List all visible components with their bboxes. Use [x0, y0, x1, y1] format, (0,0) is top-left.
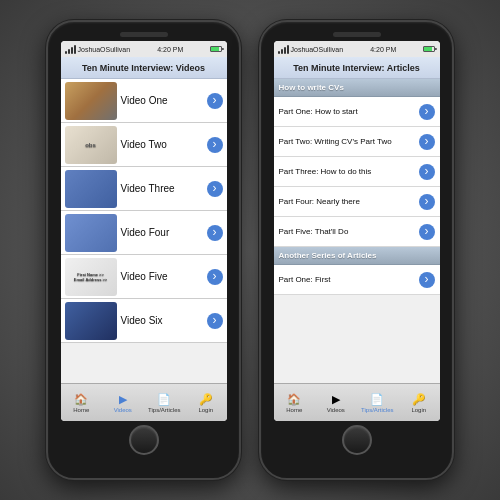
chevron-icon[interactable]: [419, 164, 435, 180]
time-label: 4:20 PM: [370, 46, 396, 53]
videos-icon: ▶: [332, 393, 340, 406]
video-thumbnail-1: [65, 82, 117, 120]
battery-icon: [210, 46, 222, 52]
articles-content: How to write CVs Part One: How to start …: [274, 79, 440, 383]
screen-articles: JoshuaOSullivan 4:20 PM Ten Minute Inter…: [274, 41, 440, 421]
chevron-icon-4[interactable]: [207, 225, 223, 241]
signal-icon: [278, 45, 289, 54]
tab-home[interactable]: 🏠 Home: [61, 393, 103, 413]
videos-icon: ▶: [119, 393, 127, 406]
section-header-1-label: How to write CVs: [279, 83, 344, 92]
article-label: Part Three: How to do this: [279, 167, 419, 176]
tab-videos[interactable]: ▶ Videos: [315, 393, 357, 413]
video-thumbnail-3: [65, 170, 117, 208]
tab-tips[interactable]: 📄 Tips/Articles: [144, 393, 186, 413]
login-icon: 🔑: [199, 393, 213, 406]
tab-login-label: Login: [411, 407, 426, 413]
screen-title: Ten Minute Interview: Articles: [293, 63, 420, 73]
chevron-icon[interactable]: [419, 134, 435, 150]
chevron-icon[interactable]: [419, 272, 435, 288]
video-thumbnail-2: obs: [65, 126, 117, 164]
video-thumbnail-5: First Name >>Email Address >>: [65, 258, 117, 296]
tab-tips[interactable]: 📄 Tips/Articles: [357, 393, 399, 413]
battery-area: [210, 46, 222, 52]
tab-home[interactable]: 🏠 Home: [274, 393, 316, 413]
list-item[interactable]: Part One: First: [274, 265, 440, 295]
chevron-icon-2[interactable]: [207, 137, 223, 153]
chevron-icon-6[interactable]: [207, 313, 223, 329]
tab-login[interactable]: 🔑 Login: [398, 393, 440, 413]
speaker-slot: [333, 32, 381, 37]
video-list: Video One obs Video Two Video Three: [61, 79, 227, 343]
tab-home-label: Home: [286, 407, 302, 413]
list-item[interactable]: Video Three: [61, 167, 227, 211]
video-thumbnail-6: [65, 302, 117, 340]
section-header-2-label: Another Series of Articles: [279, 251, 377, 260]
section-header-1: How to write CVs: [274, 79, 440, 97]
article-label: Part Five: That'll Do: [279, 227, 419, 236]
article-label: Part Two: Writing CV's Part Two: [279, 137, 419, 146]
phone-videos: JoshuaOSullivan 4:20 PM Ten Minute Inter…: [46, 20, 241, 480]
tab-home-label: Home: [73, 407, 89, 413]
list-item[interactable]: Part Two: Writing CV's Part Two: [274, 127, 440, 157]
tab-videos-label: Videos: [327, 407, 345, 413]
list-item[interactable]: Part Four: Nearly there: [274, 187, 440, 217]
video-label-1: Video One: [121, 95, 203, 106]
screen-title: Ten Minute Interview: Videos: [82, 63, 205, 73]
carrier-label: JoshuaOSullivan: [78, 46, 131, 53]
tab-tips-label: Tips/Articles: [361, 407, 393, 413]
login-icon: 🔑: [412, 393, 426, 406]
tab-bar: 🏠 Home ▶ Videos 📄 Tips/Articles 🔑 Login: [61, 383, 227, 421]
video-label-6: Video Six: [121, 315, 203, 326]
tab-login[interactable]: 🔑 Login: [185, 393, 227, 413]
home-button[interactable]: [129, 425, 159, 455]
chevron-icon-1[interactable]: [207, 93, 223, 109]
tips-icon: 📄: [370, 393, 384, 406]
tips-icon: 📄: [157, 393, 171, 406]
tab-tips-label: Tips/Articles: [148, 407, 180, 413]
article-label: Part Four: Nearly there: [279, 197, 419, 206]
article-label: Part One: First: [279, 275, 419, 284]
list-item[interactable]: Part Three: How to do this: [274, 157, 440, 187]
signal-icon: [65, 45, 76, 54]
battery-area: [423, 46, 435, 52]
carrier-label: JoshuaOSullivan: [291, 46, 344, 53]
tab-bar: 🏠 Home ▶ Videos 📄 Tips/Articles 🔑 Login: [274, 383, 440, 421]
phone-articles: JoshuaOSullivan 4:20 PM Ten Minute Inter…: [259, 20, 454, 480]
battery-icon: [423, 46, 435, 52]
article-label: Part One: How to start: [279, 107, 419, 116]
video-list-container: Video One obs Video Two Video Three: [61, 79, 227, 383]
chevron-icon-3[interactable]: [207, 181, 223, 197]
tab-videos[interactable]: ▶ Videos: [102, 393, 144, 413]
chevron-icon[interactable]: [419, 194, 435, 210]
speaker-slot: [120, 32, 168, 37]
video-thumbnail-4: [65, 214, 117, 252]
status-bar: JoshuaOSullivan 4:20 PM: [61, 41, 227, 57]
list-item[interactable]: Part Five: That'll Do: [274, 217, 440, 247]
list-item[interactable]: Video Six: [61, 299, 227, 343]
home-button[interactable]: [342, 425, 372, 455]
video-label-5: Video Five: [121, 271, 203, 282]
list-item[interactable]: First Name >>Email Address >> Video Five: [61, 255, 227, 299]
tab-videos-label: Videos: [114, 407, 132, 413]
screen-videos: JoshuaOSullivan 4:20 PM Ten Minute Inter…: [61, 41, 227, 421]
list-item[interactable]: Video Four: [61, 211, 227, 255]
status-bar: JoshuaOSullivan 4:20 PM: [274, 41, 440, 57]
list-item[interactable]: Part One: How to start: [274, 97, 440, 127]
title-bar: Ten Minute Interview: Articles: [274, 57, 440, 79]
home-icon: 🏠: [287, 393, 301, 406]
title-bar: Ten Minute Interview: Videos: [61, 57, 227, 79]
chevron-icon[interactable]: [419, 224, 435, 240]
video-label-2: Video Two: [121, 139, 203, 150]
chevron-icon[interactable]: [419, 104, 435, 120]
tab-login-label: Login: [198, 407, 213, 413]
video-label-3: Video Three: [121, 183, 203, 194]
video-label-4: Video Four: [121, 227, 203, 238]
list-item[interactable]: Video One: [61, 79, 227, 123]
list-item[interactable]: obs Video Two: [61, 123, 227, 167]
home-icon: 🏠: [74, 393, 88, 406]
section-header-2: Another Series of Articles: [274, 247, 440, 265]
chevron-icon-5[interactable]: [207, 269, 223, 285]
time-label: 4:20 PM: [157, 46, 183, 53]
